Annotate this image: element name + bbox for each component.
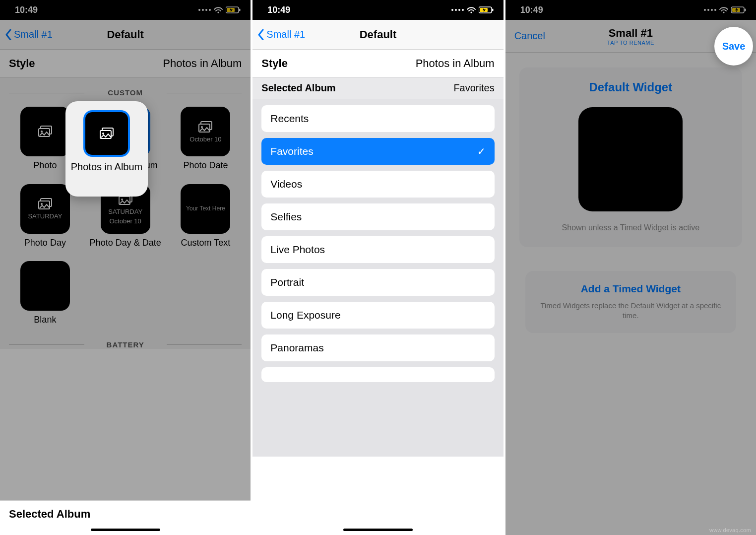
album-item-panoramas[interactable]: Panoramas [261, 334, 494, 361]
album-item-favorites[interactable]: Favorites✓ [261, 138, 494, 165]
cellular-icon [704, 9, 716, 11]
chevron-left-icon [257, 29, 264, 40]
save-button-highlight[interactable]: Save [722, 41, 746, 52]
battery-charging-icon [226, 6, 241, 14]
tile-label: Blank [34, 315, 56, 326]
selected-album-row[interactable]: Selected Album Favorites [252, 77, 503, 99]
nav-bar: Small #1 Default [252, 20, 503, 50]
status-time: 10:49 [520, 5, 543, 15]
status-bar: 10:49 [505, 0, 756, 20]
cellular-icon [198, 9, 211, 11]
status-bar: 10:49 [0, 0, 251, 20]
selected-album-value: Favorites [453, 82, 494, 94]
default-widget-card[interactable]: Default Widget Shown unless a Timed Widg… [519, 67, 742, 247]
back-label: Small #1 [14, 29, 53, 40]
back-button[interactable]: Small #1 [5, 29, 53, 40]
album-item-recents[interactable]: Recents [261, 105, 494, 132]
highlight-save: Save [714, 27, 753, 66]
home-indicator[interactable] [343, 529, 413, 531]
page-title: Default [107, 28, 144, 41]
tile-label: Custom Text [181, 238, 231, 249]
tap-to-rename: TAP TO RENAME [607, 40, 654, 46]
default-widget-note: Shown unless a Timed Widget is active [529, 223, 732, 232]
tile-label: Photo Day [24, 238, 66, 249]
style-value: Photos in Album [416, 57, 495, 70]
photos-icon [38, 125, 53, 138]
tile-label: Photo Day & Date [90, 238, 161, 249]
album-item-live-photos[interactable]: Live Photos [261, 236, 494, 263]
battery-charging-icon [479, 6, 494, 14]
phone-screen-1: 10:49 Small #1 Default Style Photos in A… [0, 0, 251, 535]
chevron-left-icon [5, 29, 12, 40]
album-item-long-exposure[interactable]: Long Exposure [261, 302, 494, 329]
photos-icon [99, 127, 114, 140]
selected-album-label: Selected Album [261, 82, 335, 94]
section-header-custom: CUSTOM [0, 88, 251, 97]
page-title: Default [360, 28, 397, 41]
checkmark-icon: ✓ [477, 145, 486, 157]
home-indicator[interactable] [91, 529, 160, 531]
back-button[interactable]: Small #1 [257, 29, 305, 40]
style-row[interactable]: Style Photos in Album [252, 50, 503, 77]
add-timed-widget-card[interactable]: Add a Timed Widget Timed Widgets replace… [525, 271, 736, 333]
cellular-icon [451, 9, 464, 11]
status-icons [451, 6, 494, 14]
highlight-photos-in-album: Photos in Album [65, 101, 148, 197]
phone-screen-2: 10:49 Small #1 Default Style Photos in A… [252, 0, 503, 535]
timed-title: Add a Timed Widget [535, 283, 726, 295]
grid-item-photo-date[interactable]: October 10 Photo Date [166, 103, 246, 180]
tile-label: Photo Date [183, 160, 228, 171]
style-value: Photos in Album [163, 57, 242, 70]
default-widget-title: Default Widget [529, 80, 732, 94]
photos-icon [38, 198, 53, 210]
grid-item-blank[interactable]: Blank [5, 257, 85, 334]
wifi-icon [467, 6, 476, 13]
battery-charging-icon [731, 6, 746, 14]
status-icons [198, 6, 241, 14]
content-area: Default Widget Shown unless a Timed Widg… [505, 53, 756, 535]
cancel-button[interactable]: Cancel [514, 30, 545, 42]
tile-label: Photo [33, 160, 57, 171]
album-item-videos[interactable]: Videos [261, 171, 494, 198]
grid-item-custom-text[interactable]: Your Text Here Custom Text [166, 180, 246, 258]
album-item-selfies[interactable]: Selfies [261, 203, 494, 230]
timed-note: Timed Widgets replace the Default Widget… [535, 301, 726, 321]
photos-icon [198, 121, 213, 134]
photos-icon [616, 146, 645, 172]
album-item-portrait[interactable]: Portrait [261, 269, 494, 296]
style-label: Style [9, 57, 35, 70]
widget-preview [578, 107, 683, 211]
watermark: www.devaq.com [709, 527, 751, 533]
page-title: Small #1 [607, 27, 654, 40]
nav-bar: Small #1 Default [0, 20, 251, 50]
highlight-label: Photos in Album [71, 161, 143, 173]
album-item-more[interactable] [261, 367, 494, 382]
wifi-icon [214, 6, 223, 13]
status-icons [704, 6, 746, 14]
album-list[interactable]: Recents Favorites✓ Videos Selfies Live P… [252, 99, 503, 457]
selected-album-label: Selected Album [9, 508, 242, 521]
status-time: 10:49 [267, 5, 290, 15]
status-bar: 10:49 [252, 0, 503, 20]
style-row[interactable]: Style Photos in Album [0, 50, 251, 77]
style-label: Style [261, 57, 288, 70]
section-header-battery: BATTERY [0, 340, 251, 349]
phone-screen-3: 10:49 Cancel Small #1 TAP TO RENAME Save… [505, 0, 756, 535]
wifi-icon [719, 6, 728, 13]
status-time: 10:49 [15, 5, 38, 15]
title-wrap[interactable]: Small #1 TAP TO RENAME [607, 27, 654, 46]
back-label: Small #1 [266, 29, 305, 40]
